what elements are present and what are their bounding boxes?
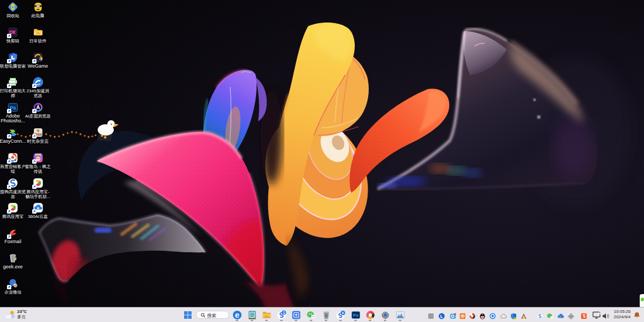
svg-text:G: G — [325, 314, 328, 317]
svg-text:1: 1 — [283, 311, 285, 314]
svg-text:e: e — [235, 310, 239, 319]
svg-text:Ps: Ps — [353, 313, 358, 318]
